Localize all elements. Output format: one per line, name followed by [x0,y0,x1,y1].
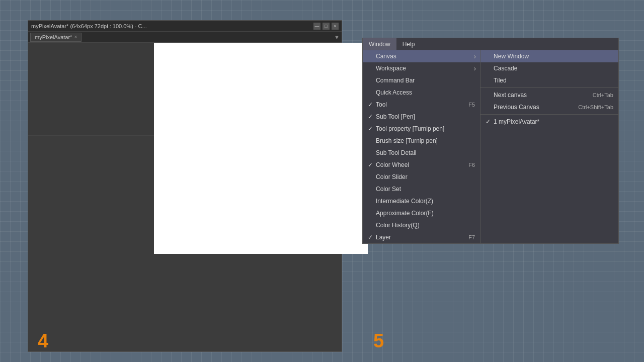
tab-close-icon[interactable]: × [74,34,77,40]
menu-item-workspace[interactable]: Workspace [363,62,480,74]
sub-tool-detail-label: Sub Tool Detail [376,149,475,156]
separator-sep1 [480,87,618,88]
menu-bar: Window Help CanvasWorkspaceCommand BarQu… [362,38,619,244]
corner-number-5: 5 [373,330,384,352]
cascade-label: Cascade [494,65,613,72]
tab-dropdown-icon[interactable]: ▼ [334,34,340,40]
title-bar: myPixelAvatar* (64x64px 72dpi : 100.0%) … [28,21,342,32]
menu-help[interactable]: Help [396,38,421,50]
menu-item-command-bar[interactable]: Command Bar [363,74,480,86]
menu-item-color-set[interactable]: Color Set [363,183,480,195]
color-history-label: Color History(Q) [376,222,475,229]
submenu-item-my-pixel-avatar[interactable]: ✓1 myPixelAvatar* [480,116,618,128]
color-wheel-checkmark: ✓ [368,161,376,168]
my-pixel-avatar-checkmark: ✓ [486,118,494,125]
menu-item-layer[interactable]: ✓LayerF7 [363,231,480,243]
minimize-button[interactable]: — [313,23,320,30]
corner-number-4: 4 [38,330,48,352]
tool-property-checkmark: ✓ [368,125,376,132]
intermediate-color-label: Intermediate Color(Z) [376,198,475,205]
color-set-label: Color Set [376,186,475,193]
menu-item-color-history[interactable]: Color History(Q) [363,219,480,231]
tab-label: myPixelAvatar* [35,34,72,40]
sub-tool-pen-label: Sub Tool [Pen] [376,113,475,120]
color-wheel-label: Color Wheel [376,161,468,168]
maximize-button[interactable]: □ [323,23,330,30]
tool-property-label: Tool property [Turnip pen] [376,125,475,132]
title-bar-controls: — □ × [313,23,339,30]
tab-my-pixel-avatar[interactable]: myPixelAvatar* × [30,33,82,42]
close-button[interactable]: × [332,23,339,30]
next-canvas-label: Next canvas [494,92,593,99]
submenu-item-next-canvas[interactable]: Next canvasCtrl+Tab [480,89,618,101]
tool-label: Tool [376,101,468,108]
layer-label: Layer [376,234,468,241]
menu-window[interactable]: Window [363,38,396,50]
dropdown-panel: CanvasWorkspaceCommand BarQuick Access✓T… [363,50,618,243]
canvas-label: Canvas [376,53,475,60]
dropdown-right: New WindowCascadeTiledNext canvasCtrl+Ta… [480,50,618,243]
color-wheel-shortcut: F6 [468,162,475,168]
menu-item-canvas[interactable]: Canvas [363,50,480,62]
next-canvas-shortcut: Ctrl+Tab [593,92,613,98]
tiled-label: Tiled [494,77,613,84]
my-pixel-avatar-label: 1 myPixelAvatar* [494,118,613,125]
app-window: myPixelAvatar* (64x64px 72dpi : 100.0%) … [28,20,342,352]
dropdown-left: CanvasWorkspaceCommand BarQuick Access✓T… [363,50,480,243]
menu-item-tool-property[interactable]: ✓Tool property [Turnip pen] [363,123,480,135]
submenu-item-previous-canvas[interactable]: Previous CanvasCtrl+Shift+Tab [480,101,618,113]
layer-shortcut: F7 [468,234,475,240]
submenu-item-tiled[interactable]: Tiled [480,74,618,86]
menu-item-quick-access[interactable]: Quick Access [363,86,480,99]
menu-item-sub-tool-detail[interactable]: Sub Tool Detail [363,147,480,159]
color-slider-label: Color Slider [376,173,475,180]
tool-checkmark: ✓ [368,101,376,108]
command-bar-label: Command Bar [376,77,475,84]
menu-item-brush-size[interactable]: Brush size [Turnip pen] [363,135,480,147]
menu-item-color-wheel[interactable]: ✓Color WheelF6 [363,159,480,171]
menu-item-color-slider[interactable]: Color Slider [363,171,480,183]
menu-bar-row: Window Help [363,38,618,50]
tool-shortcut: F5 [468,102,475,108]
previous-canvas-shortcut: Ctrl+Shift+Tab [578,104,613,110]
menu-item-approximate-color[interactable]: Approximate Color(F) [363,207,480,219]
submenu-item-new-window[interactable]: New Window [480,50,618,62]
quick-access-label: Quick Access [376,89,475,96]
menu-item-sub-tool-pen[interactable]: ✓Sub Tool [Pen] [363,111,480,123]
submenu-item-cascade[interactable]: Cascade [480,62,618,74]
approximate-color-label: Approximate Color(F) [376,210,475,217]
sub-tool-pen-checkmark: ✓ [368,113,376,120]
menu-item-intermediate-color[interactable]: Intermediate Color(Z) [363,195,480,207]
window-title: myPixelAvatar* (64x64px 72dpi : 100.0%) … [31,23,147,29]
separator-sep2 [480,114,618,115]
new-window-label: New Window [494,53,613,60]
previous-canvas-label: Previous Canvas [494,104,578,111]
main-canvas [154,43,368,254]
workspace-label: Workspace [376,65,475,72]
menu-item-tool[interactable]: ✓ToolF5 [363,99,480,111]
layer-checkmark: ✓ [368,234,376,241]
tab-bar: myPixelAvatar* × ▼ [28,32,342,43]
brush-size-label: Brush size [Turnip pen] [376,137,475,144]
